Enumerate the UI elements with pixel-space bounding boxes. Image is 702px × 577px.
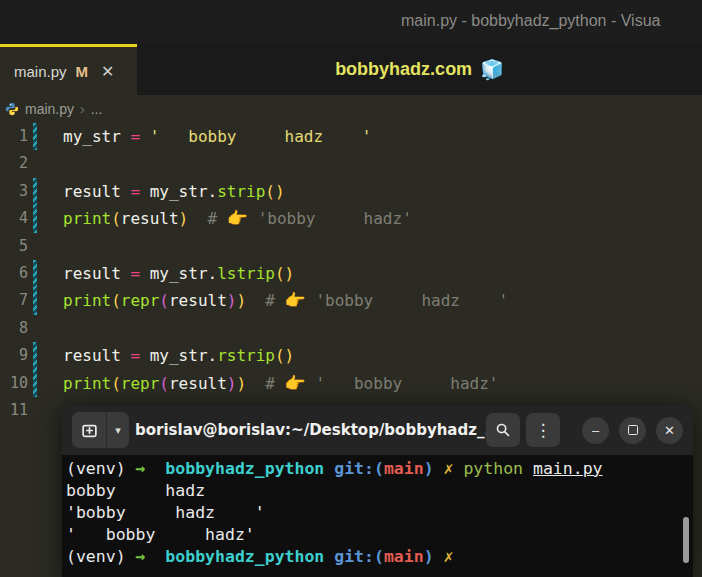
token: = bbox=[130, 264, 140, 283]
code-line[interactable]: 6result = my_str.lstrip() bbox=[0, 260, 702, 287]
line-number: 3 bbox=[0, 178, 28, 205]
token: my_str. bbox=[150, 182, 217, 201]
code-line[interactable]: 10print(repr(result)) # 👉 ' bobby hadz' bbox=[0, 370, 702, 397]
menu-button[interactable]: ⋮ bbox=[526, 413, 560, 447]
line-number: 11 bbox=[0, 397, 28, 424]
token: ( bbox=[159, 374, 169, 393]
line-number: 2 bbox=[0, 150, 28, 177]
new-tab-button[interactable] bbox=[72, 412, 106, 448]
token: my_str. bbox=[150, 346, 217, 365]
code-line[interactable]: 5 bbox=[0, 233, 702, 260]
code-text[interactable]: result = my_str.rstrip() bbox=[63, 342, 294, 369]
token: strip bbox=[217, 182, 265, 201]
token: bobbyhadz_python bbox=[165, 547, 324, 566]
token: → bbox=[136, 547, 146, 566]
search-button[interactable] bbox=[486, 413, 520, 447]
tab-dropdown-button[interactable]: ▾ bbox=[106, 412, 129, 448]
token: = bbox=[130, 346, 140, 365]
token: my_str bbox=[63, 127, 130, 146]
code-line[interactable]: 4print(result) # 👉 'bobby hadz' bbox=[0, 205, 702, 232]
token: ) bbox=[236, 374, 246, 393]
code-lines[interactable]: 1my_str = ' bobby hadz '23result = my_st… bbox=[0, 123, 702, 424]
code-text[interactable]: result = my_str.strip() bbox=[63, 178, 285, 205]
terminal-titlebar[interactable]: ▾ borislav@borislav:~/Desktop/bobbyhadz_… bbox=[62, 405, 693, 455]
token bbox=[246, 291, 265, 310]
token: ✗ bbox=[444, 547, 454, 566]
modified-gutter-indicator bbox=[33, 178, 37, 205]
token: git:( bbox=[334, 459, 384, 478]
code-text[interactable]: print(repr(result)) # 👉 ' bobby hadz' bbox=[63, 370, 498, 397]
line-number: 8 bbox=[0, 315, 28, 342]
maximize-icon bbox=[628, 425, 638, 435]
code-line[interactable]: 1my_str = ' bobby hadz ' bbox=[0, 123, 702, 150]
token: main.py bbox=[533, 459, 603, 478]
modified-gutter-indicator bbox=[33, 123, 37, 150]
token bbox=[324, 547, 334, 566]
token: ' bobby hadz' bbox=[66, 525, 255, 544]
line-number: 4 bbox=[0, 205, 28, 232]
terminal-line: (venv) → bobbyhadz_python git:(main) ✗ bbox=[66, 546, 693, 568]
modified-gutter-indicator bbox=[33, 342, 37, 369]
search-icon bbox=[495, 422, 511, 438]
code-line[interactable]: 2 bbox=[0, 150, 702, 177]
code-text[interactable]: print(repr(result)) # 👉 'bobby hadz ' bbox=[63, 287, 508, 314]
modified-gutter-indicator bbox=[33, 287, 37, 314]
token bbox=[140, 346, 150, 365]
token: (venv) bbox=[66, 459, 136, 478]
token: ) bbox=[285, 346, 295, 365]
minimize-button[interactable]: – bbox=[582, 417, 609, 444]
token: 'bobby hadz ' bbox=[306, 291, 508, 310]
code-text[interactable]: print(result) # 👉 'bobby hadz' bbox=[63, 205, 412, 232]
token: result bbox=[169, 374, 227, 393]
token: print bbox=[63, 374, 111, 393]
code-line[interactable]: 9result = my_str.rstrip() bbox=[0, 342, 702, 369]
terminal-window[interactable]: ▾ borislav@borislav:~/Desktop/bobbyhadz_… bbox=[62, 405, 693, 577]
maximize-button[interactable] bbox=[619, 417, 646, 444]
code-line[interactable]: 7print(repr(result)) # 👉 'bobby hadz ' bbox=[0, 287, 702, 314]
code-line[interactable]: 3result = my_str.strip() bbox=[0, 178, 702, 205]
gutter-spacer bbox=[33, 233, 37, 260]
terminal-scrollbar[interactable] bbox=[683, 517, 689, 563]
terminal-body[interactable]: (venv) → bobbyhadz_python git:(main) ✗ p… bbox=[62, 455, 693, 577]
new-tab-icon bbox=[81, 422, 98, 439]
tab-close-icon[interactable]: ✕ bbox=[101, 62, 114, 81]
new-tab-button-group: ▾ bbox=[72, 412, 129, 448]
token: result bbox=[121, 209, 179, 228]
code-text[interactable]: my_str = ' bobby hadz ' bbox=[63, 123, 371, 150]
close-button[interactable]: ✕ bbox=[656, 417, 683, 444]
token bbox=[140, 127, 150, 146]
breadcrumb-file[interactable]: main.py bbox=[25, 101, 74, 117]
token: ( bbox=[265, 182, 275, 201]
token: my_str. bbox=[150, 264, 217, 283]
tab-label: main.py bbox=[14, 63, 67, 80]
kebab-menu-icon: ⋮ bbox=[535, 420, 552, 441]
token bbox=[145, 547, 165, 566]
token: result bbox=[63, 182, 130, 201]
token: ) bbox=[227, 291, 237, 310]
breadcrumb-ellipsis[interactable]: ... bbox=[91, 101, 103, 117]
token: print bbox=[63, 209, 111, 228]
token: ' bobby hadz' bbox=[306, 374, 499, 393]
token: ) bbox=[275, 182, 285, 201]
token bbox=[140, 264, 150, 283]
token bbox=[145, 459, 165, 478]
token: git:( bbox=[334, 547, 384, 566]
line-number: 1 bbox=[0, 123, 28, 150]
code-text[interactable]: result = my_str.lstrip() bbox=[63, 260, 294, 287]
ice-cube-emoji: 🧊 bbox=[480, 58, 504, 81]
token: rstrip bbox=[217, 346, 275, 365]
token: ) bbox=[179, 209, 189, 228]
token bbox=[140, 182, 150, 201]
token: ( bbox=[159, 291, 169, 310]
token: lstrip bbox=[217, 264, 275, 283]
token: main bbox=[384, 459, 424, 478]
token: repr bbox=[121, 374, 160, 393]
modified-badge: M bbox=[76, 63, 89, 80]
python-logo-icon bbox=[5, 102, 19, 116]
breadcrumb: main.py › ... bbox=[0, 95, 702, 122]
line-number: 6 bbox=[0, 260, 28, 287]
code-line[interactable]: 8 bbox=[0, 315, 702, 342]
token: result bbox=[63, 264, 130, 283]
tab-main-py[interactable]: main.py M ✕ bbox=[0, 44, 137, 95]
gutter-spacer bbox=[33, 150, 37, 177]
